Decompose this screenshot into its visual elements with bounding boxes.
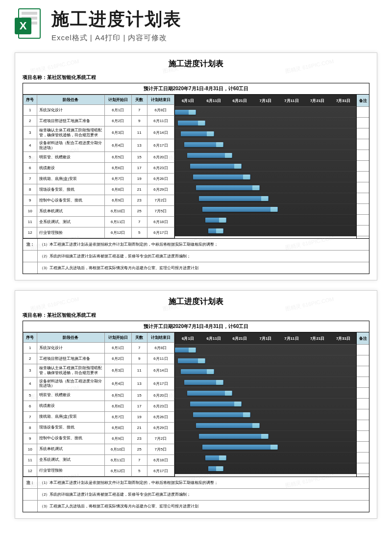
gantt-bar-cap: [216, 142, 223, 147]
table-row: 5明装管、线槽敷设6月5日156月20日: [24, 390, 174, 401]
date-header: 7月11日: [278, 98, 304, 103]
table-row: 5明装管、线槽敷设6月5日156月20日: [24, 152, 174, 163]
project-name: 项目名称：某社区智能化系统工程: [23, 312, 369, 319]
col-header: 序号: [24, 95, 37, 105]
gantt-bar: [199, 196, 269, 201]
table-row: 3核查确认主体工程施工阶段预埋暗配管，确保管线通畅，符合规范要求6月3日116月…: [24, 126, 174, 139]
date-header: 6月11日: [201, 336, 227, 341]
gantt-bar: [193, 412, 250, 417]
page-2: 图精灵 616PIC.COM图精灵 616PIC.COM图精灵 616PIC.C…: [15, 290, 377, 518]
schedule-table: 序号阶段任务计划开始日天数计划结束日1系统深化设计6月1日76月8日2工程项目部…: [23, 95, 174, 238]
template-header: X 施工进度计划表 Excel格式 | A4打印 | 内容可修改: [0, 0, 392, 45]
footer-notes: 注：（1）本工程施工进度计划表是依据招标文件计划工期而制定的，中标后将根据实际工…: [23, 238, 369, 274]
footer-notes: 注：（1）本工程施工进度计划表是依据招标文件计划工期而制定的，中标后将根据实际工…: [23, 477, 369, 512]
table-row: 11全系统调试、测试6月11日76月18日: [24, 454, 174, 465]
gantt-bar-cap: [225, 153, 232, 158]
excel-icon: X: [15, 8, 44, 42]
table-row: 7接线箱、底座(盒)安装6月7日196月26日: [24, 174, 174, 184]
col-header: 序号: [24, 333, 37, 343]
date-header: 6月11日: [201, 98, 227, 103]
date-header: 7月1日: [253, 336, 279, 341]
gantt-chart: 6月1日6月11日6月21日7月1日7月11日7月21日7月31日: [175, 332, 356, 476]
gantt-bar: [196, 423, 260, 428]
gantt-bar: [199, 434, 269, 439]
pages-container: 图精灵 616PIC.COM图精灵 616PIC.COM图精灵 616PIC.C…: [0, 45, 392, 536]
gantt-bar-cap: [252, 423, 259, 428]
col-header: 阶段任务: [37, 333, 104, 343]
col-header: 天数: [131, 333, 147, 343]
schedule-header: 预计开工日期2020年7月1日-8月31日，计60工日: [23, 321, 369, 332]
svg-text:X: X: [20, 20, 27, 32]
date-header: 7月31日: [330, 98, 356, 103]
date-header: 7月21日: [304, 336, 330, 341]
gantt-bar-cap: [198, 358, 205, 363]
date-header: 7月11日: [278, 336, 304, 341]
table-row: 10系统单机调试6月10日257月5日: [24, 444, 174, 454]
project-name: 项目名称：某社区智能化系统工程: [23, 74, 369, 81]
page-1: 图精灵 616PIC.COM图精灵 616PIC.COM图精灵 616PIC.C…: [15, 52, 377, 280]
gantt-bar-cap: [234, 164, 241, 169]
gantt-bar-cap: [216, 466, 223, 471]
col-header: 计划结束日: [147, 333, 174, 343]
svg-rect-1: [22, 12, 37, 15]
gantt-bar-cap: [198, 121, 205, 126]
gantt-bar-cap: [225, 391, 232, 396]
table-row: 1系统深化设计6月1日76月8日: [24, 105, 174, 116]
gantt-bar-cap: [219, 218, 226, 223]
table-row: 12行业管理预验6月12日56月17日: [24, 465, 174, 476]
gantt-bar: [193, 175, 250, 179]
schedule-header: 预计开工日期2020年7月1日-8月31日，计60工日: [23, 83, 369, 95]
date-header: 6月21日: [227, 336, 253, 341]
date-header: 6月21日: [227, 98, 253, 103]
gantt-bar-cap: [216, 228, 223, 233]
gantt-bar-cap: [216, 380, 223, 385]
gantt-bar-cap: [252, 185, 259, 190]
gantt-bar-cap: [189, 348, 196, 353]
table-row: 4设备材料进场（配合工程进度分期分批进场）6月4日136月17日: [24, 139, 174, 152]
gantt-bar-cap: [207, 369, 214, 374]
gantt-bar-cap: [234, 402, 241, 406]
table-row: 6线缆敷设6月6日176月23日: [24, 163, 174, 174]
gantt-bar-cap: [189, 110, 196, 115]
gantt-bar-cap: [219, 455, 226, 460]
header-subtitle: Excel格式 | A4打印 | 内容可修改: [51, 33, 377, 43]
gantt-bar-cap: [261, 196, 268, 201]
date-header: 6月1日: [175, 336, 201, 341]
document-title: 施工进度计划表: [23, 59, 369, 69]
gantt-bar-cap: [207, 131, 214, 136]
gantt-bar: [196, 185, 260, 190]
gantt-bar-cap: [243, 175, 250, 179]
col-header: 计划开始日: [104, 333, 131, 343]
gantt-bar: [202, 445, 278, 450]
gantt-bar: [190, 402, 242, 406]
table-row: 12行业管理预验6月12日56月17日: [24, 227, 174, 238]
gantt-chart: 6月1日6月11日6月21日7月1日7月11日7月21日7月31日: [175, 95, 356, 238]
col-header: 计划开始日: [104, 95, 131, 105]
date-header: 7月1日: [253, 98, 279, 103]
table-row: 8现场设备安装、接线6月8日216月29日: [24, 184, 174, 195]
table-row: 2工程项目部进驻工地施工准备6月2日96月11日: [24, 116, 174, 126]
date-header: 7月21日: [304, 98, 330, 103]
gantt-bar-cap: [261, 434, 268, 439]
notes-col-header: 备注: [357, 95, 369, 107]
header-title: 施工进度计划表: [51, 7, 377, 31]
gantt-bar-cap: [270, 445, 277, 450]
table-row: 11全系统调试、测试6月11日76月18日: [24, 217, 174, 227]
table-row: 10系统单机调试6月10日257月5日: [24, 206, 174, 217]
col-header: 天数: [131, 95, 147, 105]
notes-col-header: 备注: [357, 332, 369, 345]
table-row: 9控制中心设备安装、接线6月9日237月2日: [24, 433, 174, 444]
table-row: 3核查确认主体工程施工阶段预埋暗配管，确保管线通畅，符合规范要求6月3日116月…: [24, 364, 174, 377]
date-header: 6月1日: [175, 98, 201, 103]
table-row: 1系统深化设计6月1日76月8日: [24, 343, 174, 353]
col-header: 计划结束日: [147, 95, 174, 105]
gantt-bar: [190, 164, 242, 169]
table-row: 2工程项目部进驻工地施工准备6月2日96月11日: [24, 353, 174, 364]
gantt-bar: [202, 207, 278, 212]
date-header: 7月31日: [330, 336, 356, 341]
schedule-table: 序号阶段任务计划开始日天数计划结束日1系统深化设计6月1日76月8日2工程项目部…: [23, 332, 174, 476]
col-header: 阶段任务: [37, 95, 104, 105]
table-row: 8现场设备安装、接线6月8日216月29日: [24, 422, 174, 433]
table-row: 4设备材料进场（配合工程进度分期分批进场）6月4日136月17日: [24, 377, 174, 390]
table-row: 9控制中心设备安装、接线6月9日237月2日: [24, 195, 174, 206]
